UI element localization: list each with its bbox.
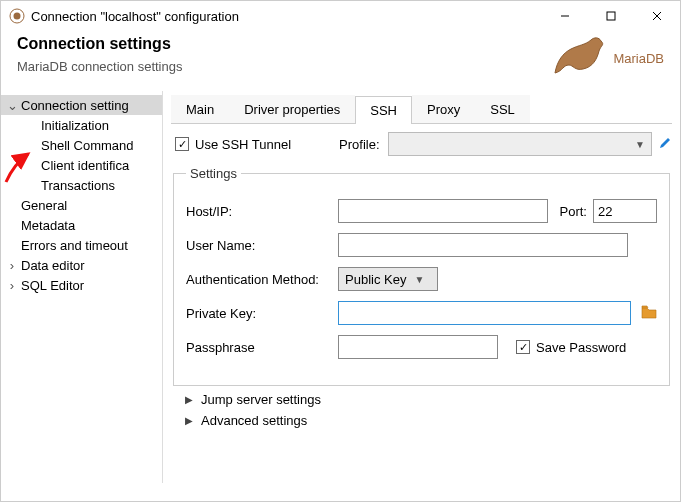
port-label: Port:	[560, 204, 587, 219]
chevron-down-icon: ▼	[414, 274, 424, 285]
chevron-down-icon[interactable]: ⌄	[5, 98, 19, 113]
tabs: MainDriver propertiesSSHProxySSL	[171, 95, 672, 124]
sidebar-item-initialization[interactable]: Initialization	[1, 115, 162, 135]
edit-profile-icon[interactable]	[658, 136, 672, 153]
user-label: User Name:	[186, 238, 338, 253]
host-input[interactable]	[338, 199, 548, 223]
seal-icon	[549, 35, 609, 81]
sidebar-item-transactions[interactable]: Transactions	[1, 175, 162, 195]
profile-label: Profile:	[339, 137, 379, 152]
chevron-right-icon: ▶	[185, 394, 197, 405]
passphrase-input[interactable]	[338, 335, 498, 359]
brand-logo: MariaDB	[549, 35, 664, 81]
advanced-toggle[interactable]: ▶ Advanced settings	[185, 413, 672, 428]
private-key-input[interactable]	[338, 301, 631, 325]
settings-group: Settings Host/IP: Port: User Name: Authe…	[173, 166, 670, 386]
port-input[interactable]	[593, 199, 657, 223]
svg-point-1	[14, 13, 21, 20]
auth-method-select[interactable]: Public Key ▼	[338, 267, 438, 291]
auth-method-value: Public Key	[345, 272, 406, 287]
save-password-label: Save Password	[536, 340, 626, 355]
sidebar-item-shell-command[interactable]: Shell Command	[1, 135, 162, 155]
sidebar-item-data-editor[interactable]: ›Data editor	[1, 255, 162, 275]
sidebar-item-label: Connection setting	[21, 98, 129, 113]
profile-select[interactable]: ▼	[388, 132, 652, 156]
main-panel: MainDriver propertiesSSHProxySSL ✓ Use S…	[163, 91, 680, 483]
chevron-right-icon[interactable]: ›	[5, 258, 19, 273]
close-button[interactable]	[634, 1, 680, 31]
tab-ssl[interactable]: SSL	[475, 95, 530, 123]
auth-label: Authentication Method:	[186, 272, 338, 287]
page-title: Connection settings	[17, 35, 549, 53]
save-password-checkbox[interactable]: ✓	[516, 340, 530, 354]
passphrase-label: Passphrase	[186, 340, 338, 355]
sidebar-item-label: Transactions	[41, 178, 115, 193]
app-icon	[9, 8, 25, 24]
sidebar-item-label: Shell Command	[41, 138, 134, 153]
sidebar-item-sql-editor[interactable]: ›SQL Editor	[1, 275, 162, 295]
chevron-right-icon: ▶	[185, 415, 197, 426]
sidebar-item-metadata[interactable]: Metadata	[1, 215, 162, 235]
sidebar-item-label: General	[21, 198, 67, 213]
advanced-label: Advanced settings	[201, 413, 307, 428]
sidebar-item-label: Initialization	[41, 118, 109, 133]
settings-legend: Settings	[186, 166, 241, 181]
page-subtitle: MariaDB connection settings	[17, 59, 549, 74]
titlebar: Connection "localhost" configuration	[1, 1, 680, 31]
use-ssh-label: Use SSH Tunnel	[195, 137, 291, 152]
host-label: Host/IP:	[186, 204, 338, 219]
sidebar-item-label: Client identifica	[41, 158, 129, 173]
window-title: Connection "localhost" configuration	[31, 9, 542, 24]
svg-rect-3	[607, 12, 615, 20]
sidebar-item-label: SQL Editor	[21, 278, 84, 293]
header: Connection settings MariaDB connection s…	[1, 31, 680, 91]
sidebar: ⌄Connection settingInitializationShell C…	[1, 91, 163, 483]
tab-main[interactable]: Main	[171, 95, 229, 123]
jump-server-label: Jump server settings	[201, 392, 321, 407]
sidebar-item-client-identifica[interactable]: Client identifica	[1, 155, 162, 175]
sidebar-item-connection-setting[interactable]: ⌄Connection setting	[1, 95, 162, 115]
private-key-label: Private Key:	[186, 306, 338, 321]
use-ssh-checkbox[interactable]: ✓	[175, 137, 189, 151]
sidebar-item-general[interactable]: General	[1, 195, 162, 215]
minimize-button[interactable]	[542, 1, 588, 31]
sidebar-item-label: Metadata	[21, 218, 75, 233]
tab-ssh[interactable]: SSH	[355, 96, 412, 124]
sidebar-item-label: Data editor	[21, 258, 85, 273]
sidebar-item-label: Errors and timeout	[21, 238, 128, 253]
maximize-button[interactable]	[588, 1, 634, 31]
brand-name: MariaDB	[613, 51, 664, 66]
jump-server-toggle[interactable]: ▶ Jump server settings	[185, 392, 672, 407]
chevron-right-icon[interactable]: ›	[5, 278, 19, 293]
user-input[interactable]	[338, 233, 628, 257]
tab-driver-properties[interactable]: Driver properties	[229, 95, 355, 123]
tab-proxy[interactable]: Proxy	[412, 95, 475, 123]
chevron-down-icon: ▼	[635, 139, 645, 150]
sidebar-item-errors-and-timeout[interactable]: Errors and timeout	[1, 235, 162, 255]
browse-folder-icon[interactable]	[641, 305, 657, 322]
